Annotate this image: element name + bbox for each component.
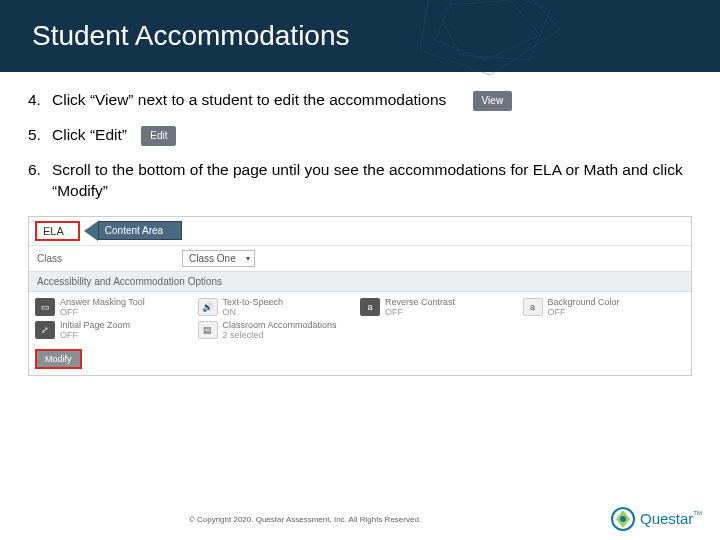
speaker-icon: 🔊 xyxy=(198,298,218,316)
logo-text: QuestarTM xyxy=(640,510,702,528)
class-select[interactable]: Class One ▾ xyxy=(182,250,255,267)
edit-button: Edit xyxy=(141,126,176,146)
step-number: 4. xyxy=(28,90,52,111)
instruction-list: 4. Click “View” next to a student to edi… xyxy=(28,90,692,202)
questar-logo: QuestarTM xyxy=(610,506,702,532)
step-text-content: Click “Edit” xyxy=(52,126,127,143)
option-classroom: ▤ Classroom Accommodations2 selected xyxy=(198,321,361,341)
logo-mark-icon xyxy=(610,506,636,532)
contrast-icon: a xyxy=(360,298,380,316)
ela-row: ELA Content Area xyxy=(29,217,691,245)
background-color-icon: a xyxy=(523,298,543,316)
step-text-content: Click “View” next to a student to edit t… xyxy=(52,91,446,108)
option-contrast: a Reverse ContrastOFF xyxy=(360,298,523,318)
modify-row: Modify xyxy=(29,345,691,375)
svg-marker-2 xyxy=(440,0,550,60)
options-grid: ▭ Answer Masking ToolOFF 🔊 Text-to-Speec… xyxy=(29,292,691,346)
step-number: 5. xyxy=(28,125,52,146)
option-tts: 🔊 Text-to-SpeechON xyxy=(198,298,361,318)
option-status: OFF xyxy=(60,331,130,341)
option-status: OFF xyxy=(548,308,620,318)
copyright-text: © Copyright 2020. Questar Assessment, In… xyxy=(0,515,610,524)
view-button: View xyxy=(473,91,513,111)
mask-icon: ▭ xyxy=(35,298,55,316)
zoom-icon: ⤢ xyxy=(35,321,55,339)
step-6: 6. Scroll to the bottom of the page unti… xyxy=(28,160,692,202)
callout-arrow: Content Area xyxy=(84,221,182,241)
class-select-value: Class One xyxy=(189,253,236,264)
screenshot-panel: ELA Content Area Class Class One ▾ Acces… xyxy=(28,216,692,377)
callout-label: Content Area xyxy=(98,221,182,240)
svg-marker-1 xyxy=(435,0,540,60)
accommodations-section-header: Accessibility and Accommodation Options xyxy=(29,271,691,292)
page-title: Student Accommodations xyxy=(32,20,350,52)
option-status: 2 selected xyxy=(223,331,337,341)
option-bgcolor: a Background ColorOFF xyxy=(523,298,686,318)
modify-button[interactable]: Modify xyxy=(35,349,82,369)
step-number: 6. xyxy=(28,160,52,181)
step-text: Click “View” next to a student to edit t… xyxy=(52,90,692,111)
slide-header: Student Accommodations xyxy=(0,0,720,72)
step-4: 4. Click “View” next to a student to edi… xyxy=(28,90,692,111)
arrow-left-icon xyxy=(84,221,98,241)
footer: © Copyright 2020. Questar Assessment, In… xyxy=(0,506,720,532)
header-decoration xyxy=(400,0,580,90)
class-row: Class Class One ▾ xyxy=(29,245,691,271)
step-text: Click “Edit” Edit xyxy=(52,125,692,146)
class-label: Class xyxy=(37,253,62,264)
content-area: 4. Click “View” next to a student to edi… xyxy=(0,72,720,376)
option-status: ON xyxy=(223,308,284,318)
option-answer-masking: ▭ Answer Masking ToolOFF xyxy=(35,298,198,318)
svg-point-4 xyxy=(620,516,626,522)
option-status: OFF xyxy=(60,308,145,318)
step-5: 5. Click “Edit” Edit xyxy=(28,125,692,146)
step-text: Scroll to the bottom of the page until y… xyxy=(52,160,692,202)
trademark-symbol: TM xyxy=(693,510,702,516)
option-zoom: ⤢ Initial Page ZoomOFF xyxy=(35,321,198,341)
option-status: OFF xyxy=(385,308,455,318)
logo-wordmark: Questar xyxy=(640,510,693,527)
classroom-icon: ▤ xyxy=(198,321,218,339)
ela-highlight-box: ELA xyxy=(35,221,80,241)
chevron-down-icon: ▾ xyxy=(246,254,250,263)
